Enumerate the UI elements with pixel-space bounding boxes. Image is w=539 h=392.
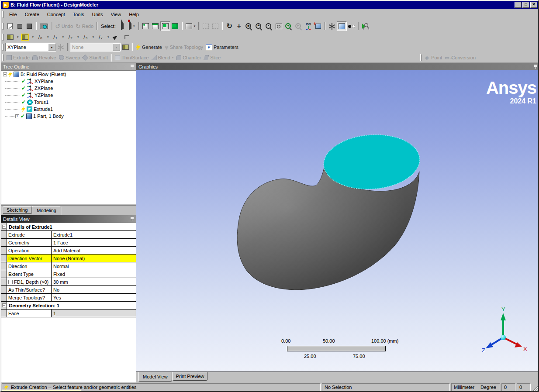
display-grid-icon[interactable] [5, 32, 15, 42]
menu-item-units[interactable]: Units [88, 10, 107, 18]
pin-icon[interactable] [130, 64, 134, 69]
dropdown-arrow-icon[interactable]: ▾ [77, 35, 79, 39]
filter-vertices-icon[interactable] [141, 21, 151, 31]
display-option-icon[interactable] [15, 21, 24, 31]
property-value[interactable]: 1 Face [52, 239, 136, 246]
parameters-button[interactable]: P Parameters [204, 42, 240, 52]
select-mode-box-icon[interactable]: ▾ [127, 21, 137, 31]
tree-item-extrude1[interactable]: Extrude1 [1, 106, 136, 113]
menu-item-concept[interactable]: Concept [43, 10, 69, 18]
viewing-options-icon[interactable] [361, 21, 370, 31]
new-plane-view-icon[interactable] [313, 21, 323, 31]
orientation-triad[interactable]: Y Z X [479, 306, 529, 356]
graphics-viewport[interactable]: Ansys 2024 R1 0.00 50.00 100.00 (mm) 25.… [136, 70, 539, 371]
tab-model-view[interactable]: Model View [138, 372, 172, 382]
tree-item-1-part-1-body[interactable]: +✓1 Part, 1 Body [1, 113, 136, 120]
tree-item-torus1[interactable]: ✓Torus1 [1, 99, 136, 106]
edge-coloring-3-icon[interactable]: /3 [81, 32, 90, 42]
zoom-in-icon[interactable]: + [254, 21, 264, 31]
dropdown-arrow-icon[interactable]: ▾ [32, 35, 34, 39]
tab-modeling[interactable]: Modeling [32, 206, 61, 215]
plane-combobox[interactable]: XYPlane ▼ [5, 43, 56, 52]
property-value[interactable]: No [52, 286, 136, 293]
filter-faces-icon[interactable] [160, 21, 170, 31]
tree-item-zxplane[interactable]: ✓+ZXPlane [1, 85, 136, 92]
maximize-button[interactable]: □ [522, 2, 529, 8]
generate-plane-button[interactable] [56, 42, 66, 52]
collapse-box[interactable]: − [3, 72, 7, 76]
expand-box[interactable]: + [15, 114, 19, 118]
pan-icon[interactable]: + [234, 21, 244, 31]
dropdown-arrow-icon[interactable]: ▾ [194, 24, 196, 28]
new-sketch-icon[interactable] [5, 21, 15, 31]
collapse-box[interactable]: − [2, 303, 6, 307]
toolbar4-right-grip[interactable] [420, 54, 422, 61]
toolbar3-grip[interactable] [2, 44, 3, 51]
shaded-exterior-icon[interactable] [337, 21, 347, 31]
feature-button-chamfer[interactable]: Chamfer [175, 53, 202, 62]
property-value[interactable]: Fixed [52, 270, 136, 278]
collapse-box[interactable]: − [2, 225, 6, 229]
image-capture-icon[interactable] [38, 21, 49, 31]
undo-button[interactable]: ↺Undo [54, 21, 74, 31]
dropdown-arrow-icon[interactable]: ▾ [107, 35, 109, 39]
dropdown-arrow-icon[interactable]: ▾ [133, 24, 135, 28]
rotate-icon[interactable]: ↻ [225, 21, 234, 31]
toolbar1-grip[interactable] [2, 23, 3, 30]
edge-coloring-2-icon[interactable]: /2 [66, 32, 75, 42]
dropdown-arrow-icon[interactable]: ▾ [62, 35, 64, 39]
pin-icon[interactable] [130, 217, 134, 221]
sketch-combobox[interactable]: None ▼ [70, 43, 121, 52]
vertex-display-icon[interactable] [347, 21, 356, 31]
sketch-combobox-arrow-icon[interactable]: ▼ [113, 43, 120, 51]
snap-grid-icon[interactable] [21, 32, 30, 42]
property-value[interactable]: Add Material [52, 247, 136, 254]
adjacent-selection-icon[interactable]: ▾ [184, 21, 197, 31]
menu-item-file[interactable]: File [5, 10, 21, 18]
tree-item-yzplane[interactable]: ✓+YZPlane [1, 92, 136, 99]
vertex-edges-icon[interactable] [122, 32, 132, 42]
minimize-button[interactable]: _ [515, 2, 522, 8]
dropdown-arrow-icon[interactable]: ▾ [93, 35, 94, 39]
zoom-body-icon[interactable]: ▪ [264, 21, 274, 31]
filter-bodies-icon[interactable] [170, 21, 180, 31]
details-section-geometry-selection-1[interactable]: −Geometry Selection: 1 [1, 302, 136, 309]
share-topology-button[interactable]: ♥ Share Topology [163, 42, 204, 52]
tab-sketching[interactable]: Sketching [3, 206, 31, 214]
dropdown-arrow-icon[interactable]: ▾ [47, 35, 49, 39]
feature-button-sweep[interactable]: Sweep [58, 53, 82, 62]
details-section-details-of-extrude1[interactable]: −Details of Extrude1 [1, 223, 136, 231]
box-zoom-icon[interactable] [274, 21, 283, 31]
menu-item-help[interactable]: Help [125, 10, 143, 18]
previous-view-icon[interactable]: ◄ [283, 21, 294, 31]
edge-coloring-x-icon[interactable]: /x [96, 32, 105, 42]
redo-button[interactable]: ↻Redo [74, 21, 95, 31]
menu-item-view[interactable]: View [107, 10, 125, 18]
tree-item-root[interactable]: −B: Fluid Flow (Fluent) [1, 71, 136, 78]
plane-combobox-arrow-icon[interactable]: ▼ [48, 43, 55, 51]
pin-icon[interactable] [534, 64, 538, 69]
toolbar2-grip[interactable] [2, 34, 3, 41]
extend-selection-icon[interactable] [201, 21, 211, 31]
edge-coloring-1-icon[interactable]: /1 [51, 32, 60, 42]
close-button[interactable]: ✕ [530, 2, 537, 8]
dropdown-arrow-icon[interactable]: ▾ [17, 35, 19, 39]
edge-coloring-0-icon[interactable]: /0 [35, 32, 45, 42]
feature-button-point[interactable]: ◈Point [423, 53, 443, 62]
menu-item-create[interactable]: Create [21, 10, 43, 18]
new-sketch-button[interactable] [121, 42, 130, 52]
property-value[interactable]: Extrude1 [52, 231, 136, 238]
plane-combobox-value[interactable]: XYPlane [6, 43, 48, 51]
feature-button-slice[interactable]: Slice [202, 53, 222, 62]
dropdown-arrow-icon[interactable]: ▾ [172, 56, 174, 59]
edge-direction-icon[interactable] [111, 32, 121, 42]
property-value[interactable]: Normal [52, 262, 136, 270]
feature-button-extrude[interactable]: Extrude [5, 53, 31, 62]
feature-button-skin-loft[interactable]: Skin/Loft [81, 53, 109, 62]
display-model-icon[interactable] [24, 21, 34, 31]
extend-limits-icon[interactable] [211, 21, 220, 31]
look-at-icon[interactable] [327, 21, 337, 31]
tree-item-xyplane[interactable]: ✓+XYPlane [1, 78, 136, 85]
next-view-icon[interactable]: ► [294, 21, 304, 31]
title-bar[interactable]: ▶ B: Fluid Flow (Fluent) - DesignModeler… [1, 1, 538, 9]
